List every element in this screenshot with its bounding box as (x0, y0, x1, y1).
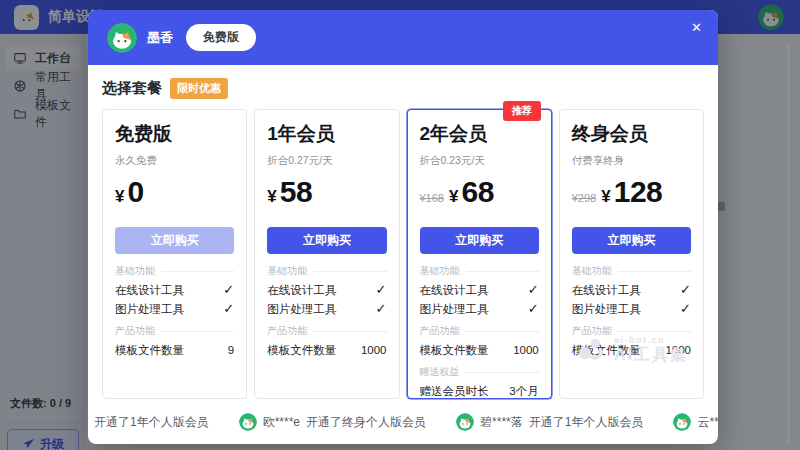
feature-value: 9 (228, 343, 234, 357)
member-username: 墨香 (147, 29, 173, 47)
buy-button[interactable]: 立即购买 (115, 227, 234, 254)
ticker-username: 碧****落 (480, 414, 523, 431)
buy-button[interactable]: 立即购买 (572, 227, 691, 254)
feature-section-title: 赠送权益 (420, 365, 539, 379)
feature-row: 图片处理工具✓ (115, 299, 234, 318)
ticker-username: 云****轻 (697, 414, 718, 431)
feature-row: 图片处理工具✓ (420, 299, 539, 318)
ticker-item: 欧****e开通了终身个人版会员 (239, 413, 426, 431)
ticker-username: 欧****e (263, 414, 300, 431)
feature-row: 赠送会员时长3个月 (420, 381, 539, 400)
modal-body: 选择套餐 限时优惠 免费版永久免费¥0立即购买基础功能在线设计工具✓图片处理工具… (88, 65, 718, 400)
recommend-badge: 推荐 (503, 101, 541, 121)
feature-label: 图片处理工具 (115, 302, 184, 316)
feature-row: 在线设计工具✓ (267, 280, 386, 299)
plan-name: 2年会员 (420, 123, 539, 145)
plan-name: 免费版 (115, 123, 234, 145)
plan-card[interactable]: 终身会员付费享终身¥298¥128立即购买基础功能在线设计工具✓图片处理工具✓产… (559, 109, 704, 399)
feature-label: 模板文件数量 (420, 343, 489, 357)
cat-avatar-icon (239, 413, 257, 431)
plan-price: ¥0 (115, 175, 234, 213)
feature-value: 1000 (513, 343, 539, 357)
feature-label: 在线设计工具 (267, 283, 336, 297)
current-plan-badge: 免费版 (186, 24, 256, 51)
feature-row: 图片处理工具✓ (572, 299, 691, 318)
feature-section-title: 基础功能 (115, 264, 234, 278)
feature-value: 3个月 (509, 384, 538, 398)
price-amount: 0 (127, 175, 143, 209)
check-icon: ✓ (376, 302, 387, 316)
plan-name: 终身会员 (572, 123, 691, 145)
check-icon: ✓ (528, 283, 539, 297)
cat-avatar-icon (673, 413, 691, 431)
currency-symbol: ¥ (115, 187, 124, 207)
pricing-modal: 墨香 免费版 ✕ 选择套餐 限时优惠 免费版永久免费¥0立即购买基础功能在线设计… (88, 10, 718, 444)
buy-button[interactable]: 立即购买 (267, 227, 386, 254)
plan-card[interactable]: 1年会员折合0.27元/天¥58立即购买基础功能在线设计工具✓图片处理工具✓产品… (254, 109, 399, 399)
check-icon: ✓ (376, 283, 387, 297)
feature-row: 在线设计工具✓ (420, 280, 539, 299)
price-amount: 128 (614, 175, 663, 209)
cat-avatar-icon (456, 413, 474, 431)
feature-label: 在线设计工具 (420, 283, 489, 297)
price-amount: 58 (280, 175, 312, 209)
plan-subtitle: 折合0.27元/天 (267, 154, 386, 167)
feature-row: 模板文件数量1000 (420, 340, 539, 359)
feature-row: 在线设计工具✓ (572, 280, 691, 299)
currency-symbol: ¥ (601, 187, 610, 207)
plan-list: 免费版永久免费¥0立即购买基础功能在线设计工具✓图片处理工具✓产品功能模板文件数… (102, 109, 704, 399)
check-icon: ✓ (680, 302, 691, 316)
ticker-text: 开通了1年个人版会员 (94, 414, 209, 431)
section-title: 选择套餐 (102, 79, 162, 98)
original-price: ¥298 (572, 192, 596, 204)
feature-row: 在线设计工具✓ (115, 280, 234, 299)
screen: 简单设计 工作台常用工具模板文件 文件数: 0 / 9 升级 墨香 免费版 ✕ … (0, 0, 800, 450)
section-header: 选择套餐 限时优惠 (102, 78, 704, 99)
original-price: ¥168 (420, 192, 444, 204)
plan-features: 基础功能在线设计工具✓图片处理工具✓产品功能模板文件数量1000 (572, 264, 691, 359)
check-icon: ✓ (528, 302, 539, 316)
feature-label: 模板文件数量 (115, 343, 184, 357)
plan-features: 基础功能在线设计工具✓图片处理工具✓产品功能模板文件数量1000赠送权益赠送会员… (420, 264, 539, 400)
feature-label: 图片处理工具 (420, 302, 489, 316)
currency-symbol: ¥ (449, 187, 458, 207)
check-icon: ✓ (223, 302, 234, 316)
feature-row: 模板文件数量1000 (572, 340, 691, 359)
price-amount: 68 (461, 175, 493, 209)
feature-value: 1000 (665, 343, 691, 357)
feature-row: 图片处理工具✓ (267, 299, 386, 318)
member-avatar-icon (107, 23, 137, 53)
feature-label: 模板文件数量 (267, 343, 336, 357)
check-icon: ✓ (223, 283, 234, 297)
ticker-text: 开通了1年个人版会员 (529, 414, 644, 431)
plan-subtitle: 折合0.23元/天 (420, 154, 539, 167)
plan-subtitle: 付费享终身 (572, 154, 691, 167)
feature-section-title: 产品功能 (572, 324, 691, 338)
plan-subtitle: 永久免费 (115, 154, 234, 167)
plan-card[interactable]: 推荐2年会员折合0.23元/天¥168¥68立即购买基础功能在线设计工具✓图片处… (407, 109, 552, 399)
feature-section-title: 基础功能 (267, 264, 386, 278)
feature-section-title: 产品功能 (420, 324, 539, 338)
feature-row: 模板文件数量9 (115, 340, 234, 359)
feature-value: 1000 (361, 343, 387, 357)
feature-label: 赠送会员时长 (420, 384, 489, 398)
feature-section-title: 产品功能 (267, 324, 386, 338)
feature-label: 在线设计工具 (572, 283, 641, 297)
plan-features: 基础功能在线设计工具✓图片处理工具✓产品功能模板文件数量9 (115, 264, 234, 359)
feature-label: 模板文件数量 (572, 343, 641, 357)
currency-symbol: ¥ (267, 187, 276, 207)
close-icon[interactable]: ✕ (691, 21, 702, 34)
feature-section-title: 产品功能 (115, 324, 234, 338)
plan-price: ¥168¥68 (420, 175, 539, 213)
ticker-item: 碧****落开通了1年个人版会员 (456, 413, 643, 431)
feature-section-title: 基础功能 (420, 264, 539, 278)
plan-price: ¥298¥128 (572, 175, 691, 213)
plan-price: ¥58 (267, 175, 386, 213)
promo-badge: 限时优惠 (170, 78, 228, 99)
plan-card[interactable]: 免费版永久免费¥0立即购买基础功能在线设计工具✓图片处理工具✓产品功能模板文件数… (102, 109, 247, 399)
plan-features: 基础功能在线设计工具✓图片处理工具✓产品功能模板文件数量1000 (267, 264, 386, 359)
feature-label: 图片处理工具 (267, 302, 336, 316)
feature-section-title: 基础功能 (572, 264, 691, 278)
buy-button[interactable]: 立即购买 (420, 227, 539, 254)
plan-name: 1年会员 (267, 123, 386, 145)
